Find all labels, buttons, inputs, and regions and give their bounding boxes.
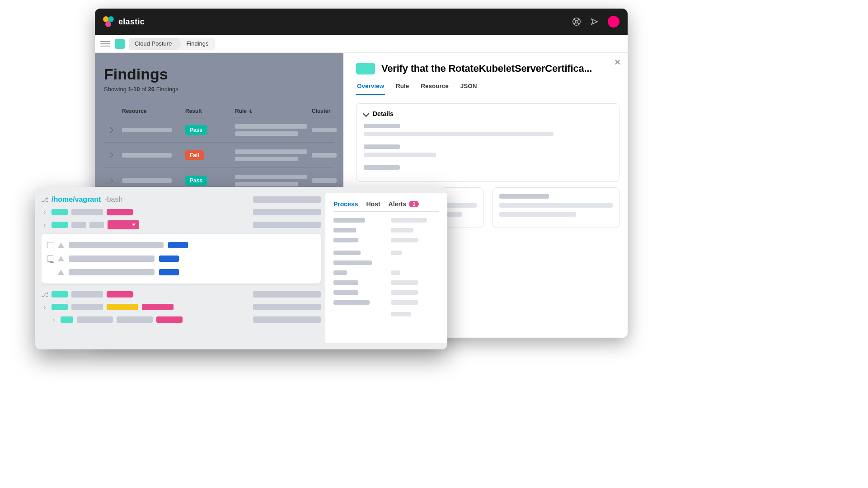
expand-icon[interactable] (104, 177, 122, 184)
newsfeed-icon[interactable] (590, 17, 600, 27)
brand-name: elastic (118, 17, 145, 27)
warning-icon (58, 256, 64, 261)
detail-tabs: Process Host Alerts 1 (333, 200, 439, 212)
flyout-tabs: Overview Rule Resource JSON (356, 83, 619, 95)
session-line[interactable] (47, 265, 315, 279)
session-viewer: ⎇ /home/vagrant -bash › › (35, 187, 447, 349)
tab-host[interactable]: Host (366, 200, 380, 208)
col-result[interactable]: Result (185, 108, 235, 114)
alert-count-badge: 1 (409, 201, 419, 207)
status-badge: Pass (185, 176, 207, 186)
session-line[interactable]: › (42, 301, 321, 313)
flyout-header: Verify that the RotateKubeletServerCerti… (356, 63, 619, 74)
breadcrumb-row: Cloud Posture Findings (95, 35, 628, 53)
chevron-down-icon (363, 111, 369, 117)
details-heading[interactable]: Details (364, 110, 612, 117)
breadcrumb-item[interactable]: Findings (178, 38, 215, 50)
panel-b (493, 187, 620, 228)
col-rule[interactable]: Rule (235, 108, 312, 114)
expand-icon[interactable] (47, 256, 53, 262)
session-line[interactable]: › (42, 206, 321, 218)
prompt-icon: › (51, 316, 57, 323)
session-tree: ⎇ /home/vagrant -bash › › (42, 193, 325, 343)
tab-alerts[interactable]: Alerts 1 (389, 200, 419, 208)
space-selector[interactable] (115, 39, 125, 49)
expand-icon[interactable] (47, 242, 53, 248)
breadcrumb-item[interactable]: Cloud Posture (129, 38, 178, 50)
breadcrumb: Cloud Posture Findings (129, 38, 215, 50)
details-panel: Details (356, 103, 619, 182)
warning-icon (58, 270, 64, 275)
table-header: Resource Result Rule Cluster (104, 105, 334, 117)
git-branch-icon: ⎇ (42, 291, 48, 298)
tab-rule[interactable]: Rule (395, 83, 410, 95)
svg-point-1 (575, 20, 578, 23)
expand-icon[interactable] (104, 152, 122, 159)
warning-icon (58, 242, 64, 248)
tab-overview[interactable]: Overview (356, 83, 385, 95)
status-badge: Fail (185, 150, 204, 160)
help-icon[interactable] (572, 17, 582, 27)
col-cluster[interactable]: Cluster (312, 108, 348, 114)
titlebar: elastic (95, 9, 628, 35)
arrow-down-icon (249, 109, 253, 113)
table-row[interactable]: Pass (104, 117, 334, 142)
brand[interactable]: elastic (103, 16, 145, 27)
placeholder (253, 196, 321, 203)
breadcrumb-label: Findings (186, 40, 208, 47)
svg-point-0 (573, 18, 580, 25)
breadcrumb-label: Cloud Posture (135, 40, 172, 47)
page-title: Findings (104, 65, 334, 83)
session-shell: -bash (104, 195, 122, 204)
close-icon[interactable]: × (615, 56, 620, 68)
dropdown[interactable] (108, 220, 139, 229)
nav-toggle-icon[interactable] (100, 39, 110, 49)
table-row[interactable]: Fail (104, 142, 334, 167)
status-badge: Pass (185, 125, 207, 135)
git-branch-icon: ⎇ (42, 196, 48, 203)
session-path: /home/vagrant (52, 195, 101, 204)
prompt-icon: › (42, 209, 48, 216)
tab-resource[interactable]: Resource (420, 83, 450, 95)
session-line[interactable]: › (42, 218, 321, 231)
flyout-status-badge (356, 63, 375, 74)
avatar[interactable] (608, 16, 619, 28)
prompt-icon: › (42, 303, 48, 311)
session-line[interactable] (47, 252, 315, 265)
prompt-icon: › (42, 221, 48, 228)
session-line[interactable] (47, 238, 315, 252)
session-path-line: ⎇ /home/vagrant -bash (42, 193, 321, 206)
session-line[interactable]: ⎇ (42, 288, 321, 301)
session-line[interactable]: › (42, 313, 321, 326)
page-subtitle: Showing 1-10 of 26 Findings (104, 86, 334, 93)
expand-icon[interactable] (104, 126, 122, 134)
selected-group (42, 234, 321, 284)
tab-json[interactable]: JSON (460, 83, 478, 95)
session-detail-panel: Process Host Alerts 1 (325, 193, 447, 343)
col-resource[interactable]: Resource (122, 108, 185, 114)
titlebar-actions (572, 16, 619, 28)
tab-process[interactable]: Process (333, 200, 358, 208)
flyout-title: Verify that the RotateKubeletServerCerti… (381, 63, 592, 74)
elastic-logo-icon (103, 16, 114, 27)
